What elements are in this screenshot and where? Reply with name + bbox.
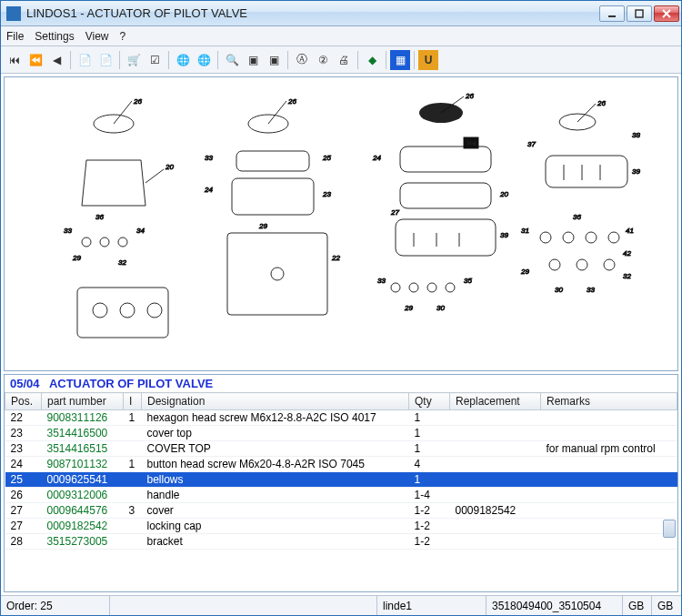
- print-icon[interactable]: 🖨: [334, 50, 354, 70]
- menu-file[interactable]: File: [6, 30, 24, 43]
- svg-text:32: 32: [118, 258, 126, 267]
- svg-rect-25: [232, 178, 314, 215]
- parts-panel: 05/04 ACTUATOR OF PILOT VALVE Pos.part n…: [4, 374, 678, 592]
- status-lang2: GB: [652, 596, 681, 615]
- svg-point-69: [586, 232, 597, 243]
- table-row[interactable]: 2490871011321button head screw M6x20-4.8…: [5, 457, 677, 472]
- close-button[interactable]: [654, 5, 679, 22]
- svg-point-13: [82, 237, 91, 247]
- svg-text:20: 20: [499, 190, 508, 198]
- svg-line-22: [268, 101, 286, 124]
- table-row[interactable]: 2700096445763cover1-20009182542: [5, 503, 677, 519]
- two-icon[interactable]: ②: [313, 50, 333, 70]
- svg-text:33: 33: [587, 286, 595, 294]
- svg-text:33: 33: [64, 227, 72, 235]
- svg-text:39: 39: [500, 231, 508, 239]
- svg-text:25: 25: [322, 154, 331, 162]
- svg-text:29: 29: [404, 304, 413, 312]
- table-row[interactable]: 233514416500cover top1: [5, 426, 677, 441]
- svg-point-68: [563, 232, 574, 243]
- svg-point-72: [577, 259, 587, 270]
- svg-line-5: [114, 101, 132, 124]
- svg-point-11: [120, 303, 135, 318]
- svg-text:26: 26: [287, 97, 296, 106]
- globe1-icon[interactable]: 🌐: [173, 50, 193, 70]
- menu-help[interactable]: ?: [120, 30, 126, 43]
- col-1[interactable]: part number: [42, 393, 124, 410]
- svg-text:24: 24: [372, 154, 381, 162]
- col-2[interactable]: I: [124, 393, 142, 410]
- svg-rect-26: [227, 233, 327, 315]
- rewind-icon[interactable]: ⏪: [25, 50, 45, 70]
- status-empty: [110, 596, 377, 615]
- svg-text:41: 41: [626, 227, 634, 235]
- menu-view[interactable]: View: [85, 30, 109, 43]
- table-row[interactable]: 260009312006handle1-4: [5, 488, 677, 503]
- svg-point-15: [118, 237, 127, 247]
- svg-text:39: 39: [632, 167, 640, 176]
- green-icon[interactable]: ◆: [362, 50, 382, 70]
- blue-icon[interactable]: ▦: [390, 50, 410, 70]
- first-icon[interactable]: ⏮: [5, 50, 25, 70]
- svg-text:24: 24: [204, 186, 213, 194]
- table-row[interactable]: 233514416515COVER TOP1for manual rpm con…: [5, 441, 677, 457]
- doc2-icon[interactable]: 📄: [95, 50, 115, 70]
- svg-text:30: 30: [555, 286, 563, 294]
- svg-point-10: [93, 303, 107, 318]
- a-icon[interactable]: Ⓐ: [292, 50, 312, 70]
- table-row[interactable]: 283515273005bracket1-2: [5, 534, 677, 550]
- svg-point-12: [147, 303, 162, 318]
- toolbar: ⏮ ⏪ ◀ 📄 📄 🛒 ☑ 🌐 🌐 🔍 ▣ ▣ Ⓐ ② 🖨 ◆ ▦ U: [1, 46, 681, 74]
- col-3[interactable]: Designation: [142, 393, 409, 410]
- status-user: linde1: [377, 596, 486, 615]
- u-icon[interactable]: U: [418, 50, 438, 70]
- svg-text:36: 36: [95, 213, 104, 221]
- svg-text:36: 36: [573, 213, 581, 221]
- zoom-icon[interactable]: 🔍: [222, 50, 242, 70]
- check-icon[interactable]: ☑: [145, 50, 165, 70]
- svg-text:37: 37: [527, 140, 536, 148]
- statusbar: Order: 25 linde1 3518049400_3510504 GB G…: [1, 595, 681, 615]
- svg-text:20: 20: [165, 163, 174, 171]
- frame2-icon[interactable]: ▣: [264, 50, 284, 70]
- scrollbar-thumb[interactable]: [663, 520, 676, 538]
- prev-icon[interactable]: ◀: [46, 50, 66, 70]
- svg-text:38: 38: [632, 131, 640, 139]
- svg-point-70: [608, 232, 619, 243]
- minimize-button[interactable]: [599, 5, 625, 22]
- cart-icon[interactable]: 🛒: [124, 50, 144, 70]
- svg-text:35: 35: [464, 277, 472, 285]
- svg-text:22: 22: [331, 254, 340, 262]
- svg-text:29: 29: [520, 268, 529, 276]
- svg-point-14: [100, 237, 109, 247]
- svg-text:31: 31: [521, 227, 529, 235]
- menu-settings[interactable]: Settings: [35, 30, 74, 43]
- svg-point-73: [604, 259, 615, 270]
- svg-rect-24: [236, 151, 309, 171]
- maximize-button[interactable]: [627, 5, 652, 22]
- svg-rect-9: [77, 288, 168, 338]
- col-5[interactable]: Replacement: [450, 393, 541, 410]
- globe2-icon[interactable]: 🌐: [194, 50, 214, 70]
- svg-text:32: 32: [623, 272, 631, 280]
- col-4[interactable]: Qty: [409, 393, 450, 410]
- table-row[interactable]: 250009625541bellows1: [5, 472, 677, 488]
- parts-table-scroll[interactable]: Pos.part numberIDesignationQtyReplacemen…: [5, 392, 677, 591]
- parts-diagram[interactable]: 26 20 3334 2932 36 26: [4, 76, 678, 371]
- status-doc: 3518049400_3510504: [486, 596, 623, 615]
- svg-point-49: [391, 283, 400, 292]
- app-icon: [6, 6, 21, 21]
- svg-text:33: 33: [377, 277, 386, 285]
- frame1-icon[interactable]: ▣: [243, 50, 263, 70]
- status-lang1: GB: [623, 596, 652, 615]
- col-0[interactable]: Pos.: [5, 393, 42, 410]
- parts-table: Pos.part numberIDesignationQtyReplacemen…: [5, 392, 677, 550]
- table-row[interactable]: 270009182542locking cap1-2: [5, 519, 677, 534]
- col-6[interactable]: Remarks: [541, 393, 677, 410]
- svg-text:34: 34: [136, 227, 145, 235]
- table-row[interactable]: 2290083111261hexagon head screw M6x12-8.…: [5, 410, 677, 426]
- doc1-icon[interactable]: 📄: [75, 50, 95, 70]
- svg-text:33: 33: [205, 154, 213, 162]
- svg-rect-41: [396, 219, 496, 256]
- svg-text:29: 29: [72, 254, 81, 262]
